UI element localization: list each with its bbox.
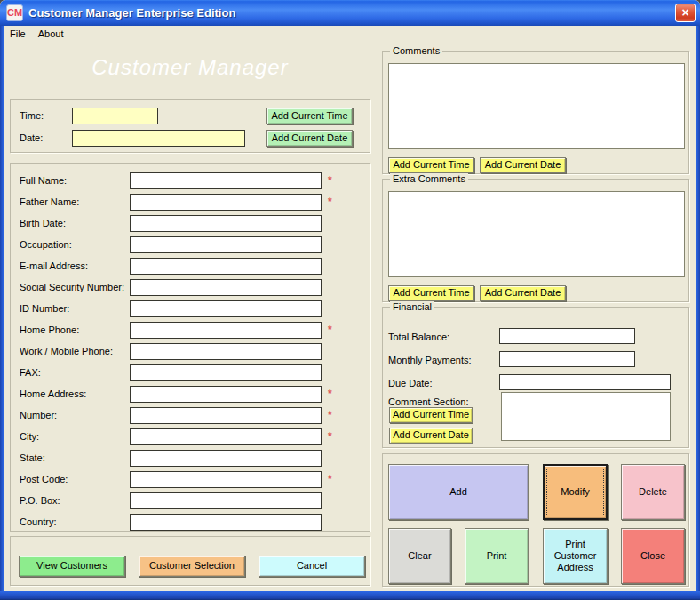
menu-item-file[interactable]: File: [4, 27, 32, 41]
home-address-label: Home Address:: [20, 388, 130, 399]
state-input[interactable]: [130, 450, 322, 467]
comments-textarea[interactable]: [388, 63, 685, 149]
state-label: State:: [20, 452, 130, 463]
comments-add-date-button[interactable]: Add Current Date: [480, 157, 566, 173]
form-row-ssn: Social Security Number:: [11, 276, 370, 298]
ssn-input[interactable]: [130, 279, 322, 296]
form-row-id-number: ID Number:: [11, 298, 370, 319]
monthly-payments-label: Monthly Payments:: [388, 355, 472, 365]
id-number-input[interactable]: [130, 300, 322, 317]
required-marker: *: [328, 174, 332, 187]
father-name-label: Father Name:: [20, 196, 130, 207]
number-input[interactable]: [130, 407, 322, 424]
full-name-label: Full Name:: [20, 175, 130, 186]
time-input[interactable]: [72, 108, 158, 124]
date-input[interactable]: [72, 130, 245, 147]
financial-add-time-button[interactable]: Add Current Time: [389, 407, 473, 423]
po-box-input[interactable]: [130, 492, 322, 509]
app-icon: CM: [6, 4, 23, 21]
view-customers-button[interactable]: View Customers: [19, 556, 125, 577]
customer-selection-button[interactable]: Customer Selection: [139, 556, 245, 577]
occupation-input[interactable]: [130, 236, 322, 253]
total-balance-input[interactable]: [499, 328, 635, 344]
form-row-email: E-mail Address:: [11, 255, 370, 276]
required-marker: *: [328, 430, 332, 443]
form-row-country: Country:: [11, 511, 370, 532]
home-phone-label: Home Phone:: [20, 324, 130, 335]
required-marker: *: [328, 388, 332, 400]
financial-group: Financial Total Balance: Monthly Payment…: [382, 307, 689, 448]
customer-form-group: Full Name:* Father Name:* Birth Date: Oc…: [10, 163, 370, 532]
form-row-work-phone: Work / Mobile Phone:: [11, 340, 370, 362]
father-name-input[interactable]: [130, 194, 322, 211]
title-bar[interactable]: CM Customer Manager Enterprise Edition ×: [0, 0, 700, 26]
add-current-date-button[interactable]: Add Current Date: [266, 130, 353, 147]
city-input[interactable]: [130, 428, 322, 445]
print-customer-address-button[interactable]: Print Customer Address: [543, 528, 608, 584]
work-phone-label: Work / Mobile Phone:: [20, 346, 130, 356]
form-row-full-name: Full Name:*: [11, 170, 370, 191]
menu-item-about[interactable]: About: [32, 27, 70, 41]
monthly-payments-input[interactable]: [499, 351, 635, 367]
fax-input[interactable]: [130, 364, 322, 381]
form-row-state: State:: [11, 447, 370, 468]
form-row-fax: FAX:: [11, 362, 370, 383]
work-phone-input[interactable]: [130, 343, 322, 360]
extra-comments-group: Extra Comments Add Current Time Add Curr…: [382, 179, 689, 302]
close-button[interactable]: Close: [621, 528, 685, 584]
close-icon[interactable]: ×: [675, 4, 696, 22]
time-label: Time:: [20, 110, 44, 121]
add-current-time-button[interactable]: Add Current Time: [266, 108, 353, 124]
clear-button[interactable]: Clear: [388, 528, 451, 584]
date-label: Date:: [20, 132, 43, 143]
comments-group-title: Comments: [390, 45, 442, 56]
financial-group-title: Financial: [390, 301, 434, 312]
form-row-home-phone: Home Phone:*: [11, 319, 370, 340]
menu-bar: File About: [4, 26, 696, 41]
country-input[interactable]: [130, 514, 322, 531]
total-balance-label: Total Balance:: [388, 332, 449, 342]
window-border-bottom: [0, 591, 700, 600]
extra-comments-group-title: Extra Comments: [390, 173, 468, 184]
add-button[interactable]: Add: [388, 464, 529, 520]
comment-section-label: Comment Section:: [388, 396, 468, 407]
comments-group: Comments Add Current Time Add Current Da…: [382, 51, 689, 174]
fax-label: FAX:: [20, 367, 130, 378]
print-button[interactable]: Print: [465, 528, 529, 584]
right-actions-group: Add Modify Delete Clear Print Print Cust…: [382, 453, 689, 587]
time-date-group: Time: Date: Add Current Time Add Current…: [10, 99, 370, 153]
left-actions-group: View Customers Customer Selection Cancel: [10, 536, 370, 586]
due-date-label: Due Date:: [388, 378, 433, 388]
form-row-post-code: Post Code:*: [11, 468, 370, 490]
delete-button[interactable]: Delete: [621, 464, 685, 520]
full-name-input[interactable]: [130, 172, 322, 189]
email-label: E-mail Address:: [20, 260, 130, 271]
app-window: CM Customer Manager Enterprise Edition ×…: [0, 0, 700, 600]
extra-comments-textarea[interactable]: [388, 191, 685, 277]
email-input[interactable]: [130, 258, 322, 275]
post-code-input[interactable]: [130, 471, 322, 488]
modify-button[interactable]: Modify: [543, 464, 608, 520]
financial-add-date-button[interactable]: Add Current Date: [389, 428, 473, 444]
home-phone-input[interactable]: [130, 322, 322, 339]
extra-comments-add-time-button[interactable]: Add Current Time: [388, 285, 474, 301]
window-border-right: [696, 26, 700, 600]
ssn-label: Social Security Number:: [20, 282, 130, 292]
form-row-occupation: Occupation:: [11, 234, 370, 255]
country-label: Country:: [20, 516, 130, 527]
extra-comments-add-date-button[interactable]: Add Current Date: [480, 285, 566, 301]
comments-add-time-button[interactable]: Add Current Time: [388, 157, 474, 173]
number-label: Number:: [20, 410, 130, 420]
financial-comment-textarea[interactable]: [501, 392, 671, 441]
window-title: Customer Manager Enterprise Edition: [28, 0, 235, 26]
due-date-input[interactable]: [499, 374, 671, 390]
page-title: Customer Manager: [9, 53, 371, 82]
home-address-input[interactable]: [130, 386, 322, 403]
birth-date-input[interactable]: [130, 215, 322, 232]
required-marker: *: [328, 473, 332, 485]
cancel-button[interactable]: Cancel: [259, 556, 365, 577]
po-box-label: P.O. Box:: [20, 495, 130, 506]
form-row-home-address: Home Address:*: [11, 383, 370, 404]
post-code-label: Post Code:: [20, 474, 130, 484]
id-number-label: ID Number:: [20, 303, 130, 314]
